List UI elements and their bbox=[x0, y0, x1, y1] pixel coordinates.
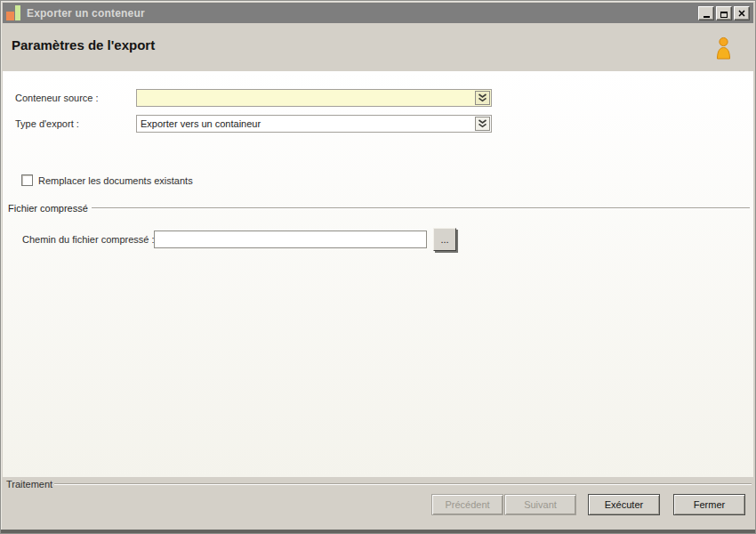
close-icon bbox=[738, 10, 745, 17]
window-controls bbox=[698, 6, 750, 20]
wizard-header: Paramètres de l'export bbox=[3, 23, 753, 71]
container-source-label: Conteneur source : bbox=[15, 93, 99, 103]
export-container-dialog: Exporter un conteneur Paramètres de l'ex… bbox=[0, 0, 756, 534]
titlebar: Exporter un conteneur bbox=[3, 3, 753, 23]
export-type-dropdown-button[interactable] bbox=[475, 117, 490, 131]
browse-button-label: ... bbox=[440, 234, 448, 245]
maximize-icon bbox=[720, 12, 728, 18]
close-button[interactable] bbox=[734, 6, 750, 20]
maximize-button[interactable] bbox=[716, 6, 732, 20]
export-type-value: Exporter vers un containeur bbox=[137, 116, 474, 132]
replace-documents-checkbox[interactable] bbox=[21, 174, 33, 186]
double-chevron-down-icon bbox=[478, 119, 487, 128]
treatment-group-label: Traitement bbox=[6, 479, 52, 490]
compressed-path-label: Chemin du fichier compressé : bbox=[22, 234, 155, 245]
minimize-icon bbox=[704, 16, 710, 18]
export-type-label: Type d'export : bbox=[15, 118, 79, 129]
previous-button[interactable]: Précédent bbox=[431, 494, 503, 515]
browse-button[interactable]: ... bbox=[433, 228, 456, 251]
content-panel: Conteneur source : Type d'export : Expor… bbox=[3, 71, 753, 479]
window-title: Exporter un conteneur bbox=[27, 7, 698, 20]
user-icon bbox=[713, 36, 734, 61]
close-dialog-button[interactable]: Fermer bbox=[673, 494, 745, 515]
container-source-value bbox=[137, 90, 474, 106]
double-chevron-down-icon bbox=[478, 93, 487, 102]
container-source-combobox[interactable] bbox=[136, 89, 492, 107]
compressed-path-input[interactable] bbox=[154, 231, 427, 248]
treatment-group-line bbox=[54, 483, 752, 485]
compressed-file-group-line bbox=[92, 207, 750, 209]
compressed-file-group-title: Fichier compressé bbox=[8, 203, 88, 214]
next-button[interactable]: Suivant bbox=[504, 494, 576, 515]
container-source-dropdown-button[interactable] bbox=[475, 91, 490, 105]
footer-panel: Traitement Précédent Suivant Exécuter Fe… bbox=[3, 477, 753, 530]
bar-chart-icon bbox=[6, 4, 21, 21]
execute-button[interactable]: Exécuter bbox=[588, 494, 660, 515]
export-type-combobox[interactable]: Exporter vers un containeur bbox=[136, 115, 492, 133]
minimize-button[interactable] bbox=[698, 6, 714, 20]
replace-documents-label: Remplacer les documents existants bbox=[38, 175, 193, 186]
page-title: Paramètres de l'export bbox=[12, 37, 155, 53]
